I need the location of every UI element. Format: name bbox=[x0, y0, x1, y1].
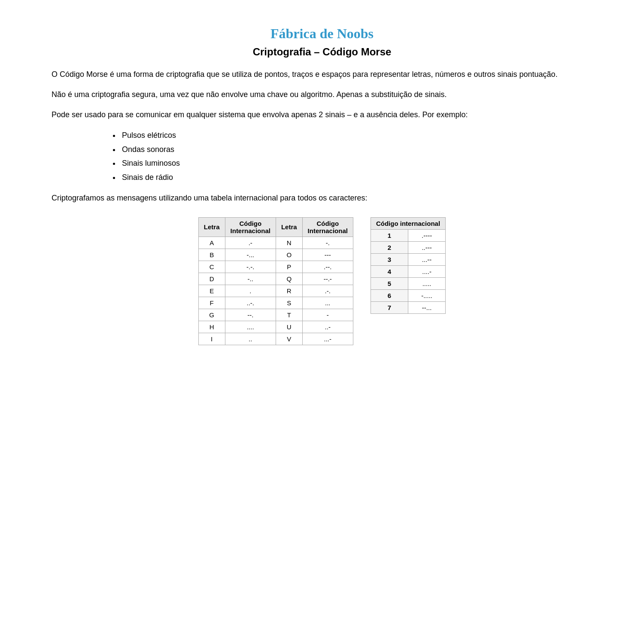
table-cell: 7 bbox=[371, 301, 408, 313]
col-header-codigo1: CódigoInternacional bbox=[225, 217, 276, 237]
table-cell: -... bbox=[225, 249, 276, 261]
morse-letters-table: Letra CódigoInternacional Letra CódigoIn… bbox=[198, 217, 353, 345]
table-cell: 3 bbox=[371, 253, 408, 265]
table-cell: R bbox=[276, 285, 302, 297]
table-cell: ....- bbox=[408, 265, 446, 277]
table-cell: .--. bbox=[302, 261, 353, 273]
table-cell: ...- bbox=[302, 333, 353, 345]
table-cell: D bbox=[198, 273, 225, 285]
table-cell: .... bbox=[225, 321, 276, 333]
paragraph-after-list: Criptografamos as mensagens utilizando u… bbox=[34, 192, 610, 204]
table-cell: 2 bbox=[371, 241, 408, 253]
table-cell: .---- bbox=[408, 229, 446, 241]
table-cell: . bbox=[225, 285, 276, 297]
table-cell: ..... bbox=[408, 277, 446, 289]
table-cell: E bbox=[198, 285, 225, 297]
bullet-list: Pulsos elétricos Ondas sonoras Sinais lu… bbox=[120, 128, 610, 184]
page-subtitle: Criptografia – Código Morse bbox=[34, 46, 610, 58]
table-cell: 1 bbox=[371, 229, 408, 241]
list-item: Ondas sonoras bbox=[120, 143, 610, 156]
table-cell: 6 bbox=[371, 289, 408, 301]
table-cell: T bbox=[276, 309, 302, 321]
col-header-letra2: Letra bbox=[276, 217, 302, 237]
table-cell: -..... bbox=[408, 289, 446, 301]
table-cell: P bbox=[276, 261, 302, 273]
table-cell: U bbox=[276, 321, 302, 333]
list-item: Sinais de rádio bbox=[120, 170, 610, 184]
table-cell: A bbox=[198, 237, 225, 249]
table-cell: V bbox=[276, 333, 302, 345]
table-cell: ..-. bbox=[225, 297, 276, 309]
table-cell: 4 bbox=[371, 265, 408, 277]
table-cell: -.. bbox=[225, 273, 276, 285]
col-header-letra1: Letra bbox=[198, 217, 225, 237]
table-cell: --. bbox=[225, 309, 276, 321]
paragraph-2: Não é uma criptografia segura, uma vez q… bbox=[34, 88, 610, 101]
table-cell: .. bbox=[225, 333, 276, 345]
table-cell: H bbox=[198, 321, 225, 333]
table-cell: - bbox=[302, 309, 353, 321]
right-table-header: Código internacional bbox=[371, 217, 445, 229]
table-cell: --.- bbox=[302, 273, 353, 285]
col-header-codigo2: CódigoInternacional bbox=[302, 217, 353, 237]
page-title: Fábrica de Noobs bbox=[34, 26, 610, 42]
table-cell: O bbox=[276, 249, 302, 261]
table-cell: ...-- bbox=[408, 253, 446, 265]
paragraph-3: Pode ser usado para se comunicar em qual… bbox=[34, 109, 610, 121]
table-cell: I bbox=[198, 333, 225, 345]
table-cell: -. bbox=[302, 237, 353, 249]
table-cell: F bbox=[198, 297, 225, 309]
table-cell: .- bbox=[225, 237, 276, 249]
table-cell: --- bbox=[302, 249, 353, 261]
table-cell: --... bbox=[408, 301, 446, 313]
list-item: Pulsos elétricos bbox=[120, 128, 610, 142]
table-cell: G bbox=[198, 309, 225, 321]
list-item: Sinais luminosos bbox=[120, 156, 610, 170]
table-cell: B bbox=[198, 249, 225, 261]
table-cell: ..- bbox=[302, 321, 353, 333]
tables-container: Letra CódigoInternacional Letra CódigoIn… bbox=[34, 217, 610, 345]
table-cell: ..--- bbox=[408, 241, 446, 253]
table-cell: .-. bbox=[302, 285, 353, 297]
table-cell: Q bbox=[276, 273, 302, 285]
table-cell: N bbox=[276, 237, 302, 249]
table-cell: C bbox=[198, 261, 225, 273]
paragraph-1: O Código Morse é uma forma de criptograf… bbox=[34, 68, 610, 81]
morse-numbers-table: Código internacional 1.----2..---3...--4… bbox=[371, 217, 446, 314]
table-cell: ... bbox=[302, 297, 353, 309]
table-cell: -.-. bbox=[225, 261, 276, 273]
table-cell: 5 bbox=[371, 277, 408, 289]
table-cell: S bbox=[276, 297, 302, 309]
